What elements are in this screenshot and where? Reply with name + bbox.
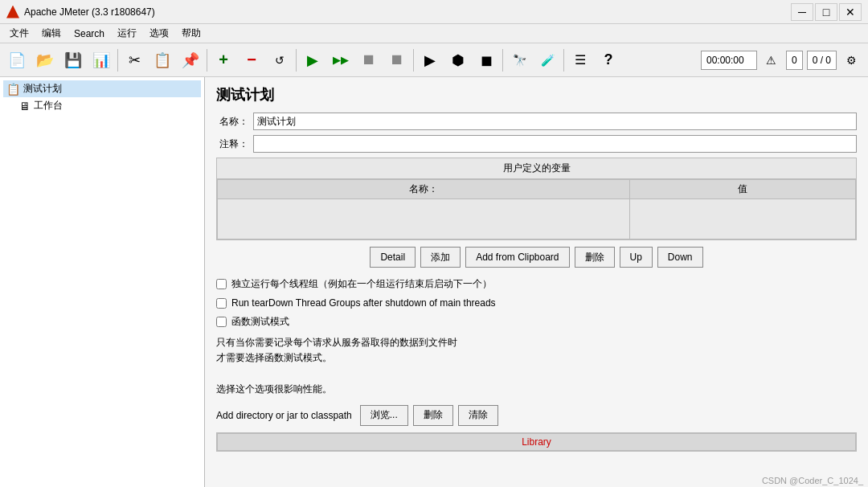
window-controls: ─ □ ✕	[791, 3, 862, 21]
cb-teardown-label: Run tearDown Thread Groups after shutdow…	[231, 297, 496, 309]
variables-table: 名称： 值	[217, 179, 856, 239]
remote-play-button[interactable]: ▶	[416, 47, 444, 74]
content-panel: 测试计划 名称： 注释： 用户定义的变量 名称： 值	[205, 77, 868, 487]
cb-functional-row: 函数测试模式	[216, 315, 857, 329]
cb-teardown-row: Run tearDown Thread Groups after shutdow…	[216, 297, 857, 309]
search-button[interactable]: 🔭	[506, 47, 533, 74]
variables-table-body	[218, 199, 856, 239]
add-var-button[interactable]: 添加	[420, 247, 461, 268]
toolbar-sep-6	[563, 49, 564, 72]
tree-plan-label: 测试计划	[23, 82, 62, 96]
name-label: 名称：	[216, 115, 248, 129]
tree-scroll: 📋 测试计划 🖥 工作台	[3, 80, 201, 484]
browse-button[interactable]: 浏览...	[360, 405, 408, 426]
add-clipboard-button[interactable]: Add from Clipboard	[465, 247, 569, 268]
cb-teardown-checkbox[interactable]	[216, 298, 227, 309]
warning-count: 0	[786, 51, 803, 70]
menu-help[interactable]: 帮助	[175, 24, 207, 43]
tree-item-test-plan[interactable]: 📋 测试计划	[3, 80, 201, 97]
play-button[interactable]: ▶	[299, 47, 326, 74]
title-bar: Apache JMeter (3.3 r1808647) ─ □ ✕	[0, 0, 868, 24]
play-all-button[interactable]: ▶▶	[327, 47, 354, 74]
variables-title: 用户定义的变量	[217, 158, 856, 179]
comment-label: 注释：	[216, 137, 248, 151]
down-button[interactable]: Down	[657, 247, 703, 268]
toolbar-sep-2	[207, 49, 207, 72]
open-button[interactable]: 📂	[31, 47, 59, 74]
toolbar-sep-5	[502, 49, 503, 72]
clear-element-button[interactable]: ↺	[266, 47, 293, 74]
buttons-row: Detail 添加 Add from Clipboard 删除 Up Down	[216, 247, 857, 268]
time-display: 00:00:00	[701, 51, 757, 70]
chart-button[interactable]: 📊	[88, 47, 115, 74]
variables-section: 用户定义的变量 名称： 值	[216, 158, 857, 240]
watermark: CSDN @Coder_C_1024_	[762, 476, 863, 485]
menu-bar: 文件 编辑 Search 运行 选项 帮助	[0, 24, 868, 43]
cut-button[interactable]: ✂	[121, 47, 148, 74]
remove-element-button[interactable]: −	[238, 47, 265, 74]
var-empty-cell-1	[218, 199, 630, 239]
cb-functional-checkbox[interactable]	[216, 317, 227, 327]
cb-independent-checkbox[interactable]	[216, 279, 227, 289]
delete-classpath-button[interactable]: 删除	[413, 405, 453, 426]
close-button[interactable]: ✕	[839, 3, 862, 21]
minimize-button[interactable]: ─	[791, 3, 813, 21]
cb-functional-label: 函数测试模式	[231, 315, 289, 329]
delete-var-button[interactable]: 删除	[575, 247, 615, 268]
library-col: Library	[218, 433, 856, 450]
warning-icon: ⚠	[758, 47, 785, 74]
menu-options[interactable]: 选项	[143, 24, 175, 43]
cb-independent-label: 独立运行每个线程组（例如在一个组运行结束后启动下一个）	[231, 277, 492, 291]
cb-independent-row: 独立运行每个线程组（例如在一个组运行结束后启动下一个）	[216, 277, 857, 291]
description-text: 只有当你需要记录每个请求从服务器取得的数据到文件时 才需要选择函数测试模式。 选…	[216, 335, 857, 397]
flask-button[interactable]: 🧪	[534, 47, 561, 74]
classpath-label: Add directory or jar to classpath	[216, 410, 352, 421]
name-input[interactable]	[253, 113, 857, 130]
tree-workbench-label: 工作台	[34, 99, 63, 113]
new-button[interactable]: 📄	[3, 47, 31, 74]
app-icon	[6, 6, 19, 18]
error-count: 0 / 0	[807, 51, 837, 70]
menu-search[interactable]: Search	[68, 24, 111, 43]
up-button[interactable]: Up	[620, 247, 653, 268]
clear-classpath-button[interactable]: 清除	[458, 405, 498, 426]
menu-file[interactable]: 文件	[3, 24, 35, 43]
tree-plan-icon: 📋	[6, 83, 20, 96]
var-empty-row	[218, 199, 856, 239]
library-section: Library	[216, 432, 857, 452]
name-row: 名称：	[216, 113, 857, 130]
remote-stop-button[interactable]: ⬢	[444, 47, 472, 74]
remote-clear-button[interactable]: ◼	[473, 47, 500, 74]
tree-item-workbench[interactable]: 🖥 工作台	[3, 97, 201, 114]
library-table: Library	[217, 433, 856, 451]
add-element-button[interactable]: +	[210, 47, 237, 74]
classpath-row: Add directory or jar to classpath 浏览... …	[216, 405, 857, 426]
var-col-value: 值	[630, 180, 856, 199]
desc-line2: 才需要选择函数测试模式。	[216, 352, 332, 363]
desc-line3: 选择这个选项很影响性能。	[216, 383, 332, 395]
paste-button[interactable]: 📌	[177, 47, 204, 74]
tree-workbench-icon: 🖥	[19, 100, 31, 113]
panel-title: 测试计划	[216, 85, 857, 104]
detail-button[interactable]: Detail	[370, 247, 416, 268]
toolbar-sep-4	[413, 49, 414, 72]
help-button[interactable]: ?	[595, 47, 622, 74]
save-button[interactable]: 💾	[59, 47, 87, 74]
menu-run[interactable]: 运行	[111, 24, 143, 43]
toolbar-sep-3	[296, 49, 297, 72]
main-layout: 📋 测试计划 🖥 工作台 测试计划 名称： 注释： 用户定义的变量	[0, 77, 868, 487]
settings-button[interactable]: ⚙	[837, 47, 865, 74]
comment-row: 注释：	[216, 135, 857, 153]
comment-input[interactable]	[253, 135, 857, 153]
copy-button[interactable]: 📋	[149, 47, 176, 74]
stop-now-button[interactable]: ⏹	[383, 47, 411, 74]
tree-panel: 📋 测试计划 🖥 工作台	[0, 77, 205, 487]
toolbar-sep-1	[117, 49, 118, 72]
list-button[interactable]: ☰	[567, 47, 594, 74]
menu-edit[interactable]: 编辑	[35, 24, 68, 43]
stop-button[interactable]: ⏹	[355, 47, 383, 74]
maximize-button[interactable]: □	[815, 3, 837, 21]
var-col-name: 名称：	[218, 180, 630, 199]
toolbar: 📄 📂 💾 📊 ✂ 📋 📌 + − ↺ ▶ ▶▶ ⏹ ⏹ ▶ ⬢ ◼ 🔭 🧪 ☰…	[0, 43, 868, 77]
title-text: Apache JMeter (3.3 r1808647)	[24, 6, 791, 18]
